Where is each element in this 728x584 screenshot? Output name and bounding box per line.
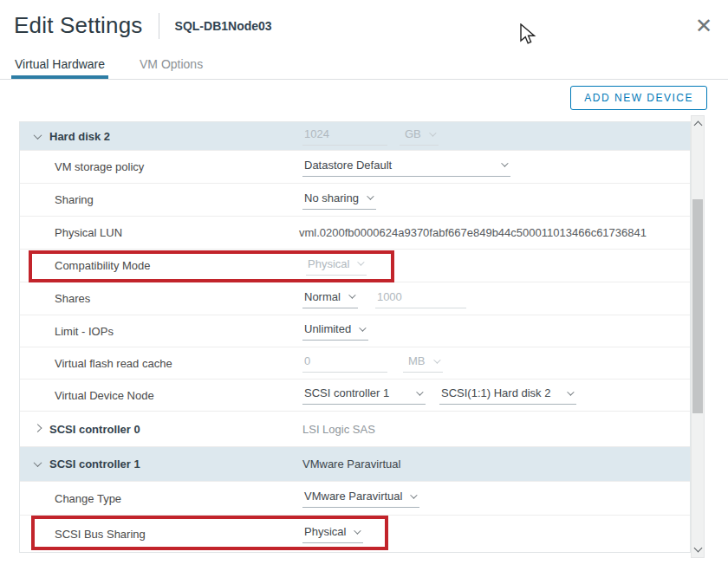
vflash-size-input[interactable] xyxy=(302,354,387,373)
vm-storage-policy-select[interactable]: Datastore Default xyxy=(302,158,510,177)
chevron-down-icon xyxy=(358,258,365,265)
row-label: SCSI controller 0 xyxy=(49,423,140,436)
device-node-slot-value: SCSI(1:1) Hard disk 2 xyxy=(441,386,550,399)
chevron-down-icon xyxy=(416,388,423,395)
compatibility-mode-select[interactable]: Physical xyxy=(306,256,367,276)
chevron-down-icon xyxy=(354,527,361,534)
row-label: Sharing xyxy=(55,193,94,206)
chevron-down-icon xyxy=(433,356,440,363)
tab-bar: Virtual Hardware VM Options xyxy=(0,52,728,80)
chevron-down-icon xyxy=(359,324,366,331)
dialog-header: Edit Settings SQL-DB1Node03 xyxy=(14,12,272,39)
chevron-down-icon xyxy=(348,291,355,298)
chevron-down-icon xyxy=(501,159,508,166)
close-icon[interactable]: ✕ xyxy=(693,16,714,36)
row-compatibility-mode: Compatibility Mode Physical xyxy=(20,250,690,282)
row-label: Physical LUN xyxy=(55,226,122,239)
compatibility-mode-value: Physical xyxy=(308,257,349,270)
limit-iops-value: Unlimited xyxy=(304,322,351,335)
change-type-value: VMware Paravirtual xyxy=(304,490,402,503)
vm-storage-policy-value: Datastore Default xyxy=(304,159,392,172)
vertical-scrollbar[interactable] xyxy=(691,115,705,558)
scrollbar-thumb[interactable] xyxy=(692,199,703,413)
row-label: Shares xyxy=(55,292,90,305)
chevron-right-icon[interactable] xyxy=(34,424,42,432)
row-label: Limit - IOPs xyxy=(55,325,114,338)
row-label: Compatibility Mode xyxy=(55,259,151,272)
physical-lun-value: vml.0200fb0000624a9370fabf667e849b44c500… xyxy=(299,226,647,239)
disk-size-input[interactable] xyxy=(302,127,387,146)
row-label: SCSI controller 1 xyxy=(49,457,140,470)
shares-select[interactable]: Normal xyxy=(302,289,358,308)
scsi-bus-sharing-select[interactable]: Physical xyxy=(302,524,363,543)
limit-iops-select[interactable]: Unlimited xyxy=(302,321,368,341)
vflash-unit-value: MB xyxy=(408,354,426,367)
shares-amount-input[interactable] xyxy=(375,289,466,308)
chevron-down-icon[interactable] xyxy=(34,131,42,140)
row-shares: Shares Normal xyxy=(20,282,690,315)
chevron-down-icon xyxy=(367,192,374,199)
row-label: SCSI Bus Sharing xyxy=(55,528,146,541)
row-scsi-bus-sharing: SCSI Bus Sharing Physical xyxy=(20,516,690,552)
add-new-device-button[interactable]: ADD NEW DEVICE xyxy=(570,86,707,110)
disk-size-unit-select[interactable]: GB xyxy=(400,127,439,146)
row-label: Hard disk 2 xyxy=(49,130,110,143)
row-vm-storage-policy: VM storage policy Datastore Default xyxy=(20,151,690,184)
device-node-slot-select[interactable]: SCSI(1:1) Hard disk 2 xyxy=(439,386,576,405)
scsi-controller-1-type: VMware Paravirtual xyxy=(302,457,400,470)
scsi-controller-0-type: LSI Logic SAS xyxy=(302,423,375,436)
tab-vm-options[interactable]: VM Options xyxy=(136,52,206,79)
sharing-value: No sharing xyxy=(304,191,359,204)
shares-value: Normal xyxy=(304,290,341,303)
row-scsi-controller-1[interactable]: SCSI controller 1 VMware Paravirtual xyxy=(20,447,690,482)
row-scsi-controller-0[interactable]: SCSI controller 0 LSI Logic SAS xyxy=(20,412,690,447)
row-change-type: Change Type VMware Paravirtual xyxy=(20,482,690,516)
vm-name: SQL-DB1Node03 xyxy=(159,13,272,39)
row-label: Virtual Device Node xyxy=(55,389,154,402)
tab-virtual-hardware[interactable]: Virtual Hardware xyxy=(11,52,108,79)
row-virtual-flash-read-cache: Virtual flash read cache MB xyxy=(20,347,690,380)
row-label: Change Type xyxy=(55,492,121,505)
disk-size-unit-value: GB xyxy=(405,127,421,140)
row-sharing: Sharing No sharing xyxy=(20,184,690,217)
row-physical-lun: Physical LUN vml.0200fb0000624a9370fabf6… xyxy=(20,217,690,250)
scroll-down-icon[interactable] xyxy=(694,544,703,553)
row-limit-iops: Limit - IOPs Unlimited xyxy=(20,315,690,347)
chevron-down-icon xyxy=(411,491,418,498)
change-type-select[interactable]: VMware Paravirtual xyxy=(302,489,419,508)
scroll-up-icon[interactable] xyxy=(694,121,703,130)
row-label: VM storage policy xyxy=(55,160,144,173)
chevron-down-icon[interactable] xyxy=(34,458,42,467)
virtual-hardware-table: Hard disk 2 GB VM storage policy Datasto… xyxy=(19,121,691,553)
chevron-down-icon xyxy=(567,388,574,395)
scsi-bus-sharing-value: Physical xyxy=(304,525,346,538)
vflash-unit-select[interactable]: MB xyxy=(403,354,443,373)
device-node-controller-value: SCSI controller 1 xyxy=(304,386,389,399)
page-title: Edit Settings xyxy=(14,12,143,39)
row-label: Virtual flash read cache xyxy=(55,357,172,370)
chevron-down-icon xyxy=(429,129,436,136)
row-hard-disk-2[interactable]: Hard disk 2 GB xyxy=(20,122,690,151)
sharing-select[interactable]: No sharing xyxy=(302,191,376,210)
mouse-cursor-icon xyxy=(519,23,538,48)
row-virtual-device-node: Virtual Device Node SCSI controller 1 SC… xyxy=(20,380,690,412)
hard-disk-size-controls: GB xyxy=(302,127,439,146)
device-node-controller-select[interactable]: SCSI controller 1 xyxy=(302,386,426,405)
